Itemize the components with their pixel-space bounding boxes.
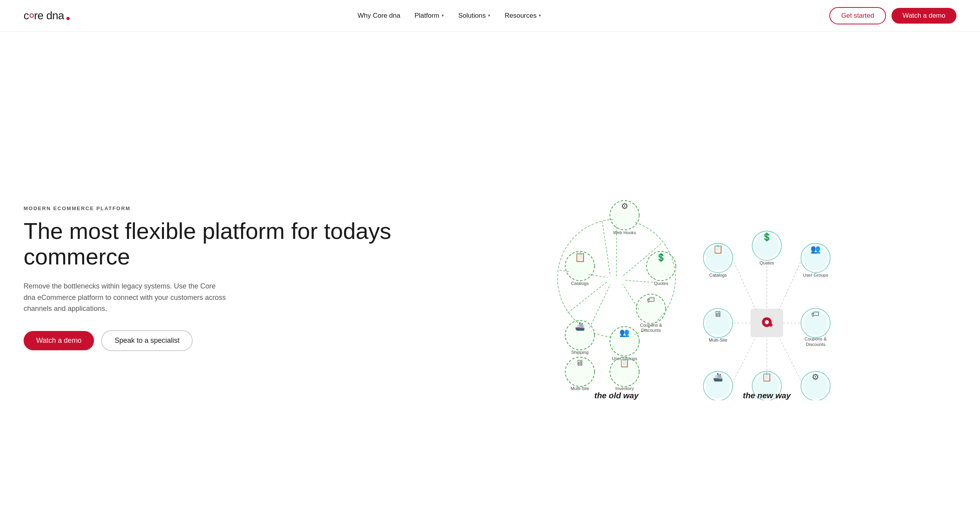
svg-text:💲: 💲 (762, 232, 772, 242)
svg-text:📋: 📋 (575, 251, 586, 262)
svg-text:Quotes: Quotes (654, 281, 669, 286)
svg-text:Catalogs: Catalogs (571, 281, 589, 286)
svg-text:💲: 💲 (656, 252, 666, 262)
hero-left: MODERN ECOMMERCE PLATFORM The most flexi… (24, 205, 415, 351)
svg-text:Discounts: Discounts (806, 342, 825, 347)
hero-watch-demo-button[interactable]: Watch a demo (24, 331, 94, 350)
hero-title: The most flexible platform for todays co… (24, 218, 415, 270)
svg-line-6 (588, 285, 610, 331)
svg-text:🚢: 🚢 (713, 372, 723, 382)
nav-platform[interactable]: Platform ▾ (414, 12, 444, 20)
svg-point-46 (769, 324, 772, 327)
svg-text:📋: 📋 (713, 244, 723, 254)
nav-why-core-dna[interactable]: Why Core dna (357, 12, 400, 20)
platform-chevron-icon: ▾ (442, 13, 444, 18)
svg-line-2 (602, 221, 611, 276)
svg-text:Coupons &: Coupons & (805, 336, 827, 341)
svg-text:👥: 👥 (619, 327, 630, 338)
svg-text:🖥: 🖥 (714, 309, 722, 318)
hero-ctas: Watch a demo Speak to a specialist (24, 330, 415, 351)
svg-text:the new way: the new way (743, 391, 791, 400)
hero-subtitle: Remove the bottlenecks within legacy sys… (24, 281, 228, 314)
resources-chevron-icon: ▾ (539, 13, 541, 18)
svg-line-47 (734, 262, 756, 310)
svg-text:🖥: 🖥 (576, 358, 584, 367)
hero-specialist-button[interactable]: Speak to a specialist (101, 330, 193, 351)
svg-text:👥: 👥 (811, 244, 821, 254)
nav-solutions[interactable]: Solutions ▾ (458, 12, 490, 20)
logo[interactable]: cre dna (24, 9, 70, 22)
svg-line-7 (568, 281, 608, 313)
svg-text:Inventory: Inventory (615, 386, 634, 391)
svg-text:📋: 📋 (762, 372, 772, 382)
svg-text:Web Hooks: Web Hooks (613, 230, 636, 235)
svg-text:Multi-Site: Multi-Site (571, 386, 589, 391)
hero-diagram: 📋 Catalogs ⚙ Web Hooks 💲 Quotes 🏷 Coupon… (431, 156, 956, 400)
svg-line-4 (624, 280, 653, 282)
svg-text:Catalogs: Catalogs (709, 273, 727, 277)
svg-text:Shipping: Shipping (571, 350, 589, 355)
svg-text:🏷: 🏷 (647, 295, 655, 304)
svg-text:⚙: ⚙ (812, 372, 820, 381)
watch-demo-nav-button[interactable]: Watch a demo (892, 8, 956, 24)
svg-text:📋: 📋 (619, 358, 630, 368)
svg-line-54 (779, 337, 801, 380)
logo-text: cre dna (24, 9, 64, 22)
svg-text:Coupons &: Coupons & (640, 323, 663, 327)
svg-text:User Groups: User Groups (803, 273, 829, 277)
svg-line-52 (734, 337, 756, 380)
svg-text:Multi-Site: Multi-Site (709, 338, 727, 342)
nav-resources[interactable]: Resources ▾ (505, 12, 541, 20)
hero-section: MODERN ECOMMERCE PLATFORM The most flexi… (0, 31, 980, 525)
svg-point-45 (765, 320, 769, 324)
get-started-button[interactable]: Get started (829, 7, 886, 24)
svg-text:⚙: ⚙ (621, 201, 628, 211)
svg-text:🏷: 🏷 (812, 309, 820, 318)
hero-eyebrow: MODERN ECOMMERCE PLATFORM (24, 205, 415, 211)
nav-buttons: Get started Watch a demo (829, 7, 956, 24)
svg-text:Discounts: Discounts (641, 328, 661, 333)
svg-line-49 (779, 262, 801, 310)
nav-links: Why Core dna Platform ▾ Solutions ▾ Reso… (357, 12, 541, 20)
solutions-chevron-icon: ▾ (488, 13, 490, 18)
svg-text:🚢: 🚢 (575, 321, 585, 331)
svg-text:Quotes: Quotes (760, 261, 774, 265)
svg-text:the old way: the old way (595, 391, 639, 400)
